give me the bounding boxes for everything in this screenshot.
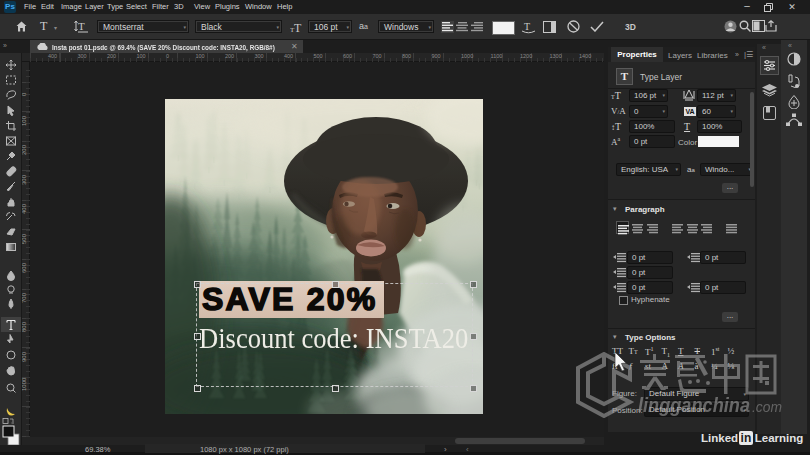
svg-text:T: T [294,21,302,33]
svg-text:T: T [78,20,85,32]
svg-text:lingganchina: lingganchina [638,394,750,416]
svg-text:.com: .com [752,399,782,415]
svg-text:T: T [524,21,530,32]
